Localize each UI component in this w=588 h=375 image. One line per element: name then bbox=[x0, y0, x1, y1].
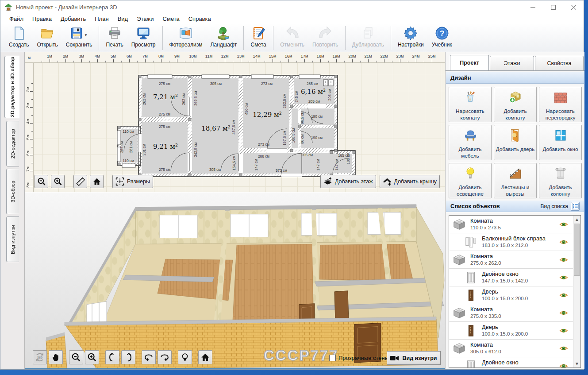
window-icon bbox=[464, 271, 477, 284]
view-tab-2[interactable]: 2D-редактор bbox=[6, 121, 19, 166]
plan-home-button[interactable] bbox=[90, 175, 104, 188]
scroll-up-arrow[interactable]: ▲ bbox=[573, 216, 580, 223]
design-stairs-button[interactable]: Лестницы и вырезы bbox=[494, 163, 537, 198]
menu-Вид[interactable]: Вид bbox=[113, 15, 133, 23]
plan-zoom-in-button[interactable] bbox=[51, 175, 65, 188]
menu-Добавить[interactable]: Добавить bbox=[56, 15, 90, 23]
visibility-eye-icon[interactable] bbox=[559, 220, 568, 229]
visibility-eye-icon[interactable] bbox=[559, 362, 568, 368]
hruler-label: 14м bbox=[253, 54, 260, 58]
floor-plan[interactable]: 275 см305 см273 см285 см262 см262 см275 … bbox=[34, 63, 445, 192]
toolbar-save-floppy-button[interactable]: ▼Сохранить bbox=[62, 24, 96, 52]
object-row-Комната[interactable]: Комната110.0 x 273.5 bbox=[449, 216, 580, 233]
visibility-eye-icon[interactable] bbox=[559, 326, 568, 335]
desktop-background: Новый проект - Дизайн Интерьера 3D ФайлП… bbox=[0, 0, 588, 375]
visibility-eye-icon[interactable] bbox=[559, 238, 568, 247]
view3d-light-bulb-button[interactable] bbox=[178, 350, 192, 364]
open-folder-icon bbox=[40, 26, 54, 40]
design-furniture-button[interactable]: Добавить мебель bbox=[449, 125, 492, 160]
inside-view-button[interactable]: Вид изнутри bbox=[387, 351, 441, 365]
toolbar-separator bbox=[391, 26, 391, 50]
toolbar-settings-button[interactable]: Настройки bbox=[394, 24, 428, 52]
design-lighting-button[interactable]: Добавить освещение bbox=[449, 163, 492, 198]
svg-text:305 см: 305 см bbox=[209, 167, 221, 172]
view3d-home-button[interactable] bbox=[198, 350, 212, 364]
object-list-scrollbar[interactable]: ▲ ▼ bbox=[573, 216, 580, 367]
view-tab-1[interactable]: 2D-редактор и 3D-обзор bbox=[4, 56, 19, 118]
plan-2d-canvas[interactable]: 275 см305 см273 см285 см262 см262 см275 … bbox=[34, 63, 445, 192]
object-row-Двойное окно[interactable]: Двойное окно147.0 x 15.0 x 142.0 bbox=[449, 357, 580, 368]
object-row-Двойное окно[interactable]: Двойное окно147.0 x 15.0 x 142.0 bbox=[449, 269, 580, 286]
toolbar-photoreal-button[interactable]: Фотореализм bbox=[165, 24, 207, 52]
view-list-button[interactable] bbox=[571, 202, 580, 211]
hruler-label: 9м bbox=[174, 54, 180, 58]
view-list-label: Вид списка bbox=[541, 203, 568, 209]
view3d-zoom-in-button[interactable] bbox=[85, 350, 99, 364]
object-row-Дверь[interactable]: Дверь100.0 x 15.0 x 200.0 bbox=[449, 322, 580, 340]
design-door-button[interactable]: Добавить дверь bbox=[494, 125, 537, 160]
visibility-eye-icon[interactable] bbox=[559, 255, 568, 264]
object-row-Комната[interactable]: Комната305.0 x 612.0 bbox=[449, 340, 580, 357]
menu-Справка[interactable]: Справка bbox=[184, 15, 215, 23]
close-button[interactable] bbox=[563, 0, 584, 14]
plan-zoom-out-button[interactable] bbox=[35, 175, 48, 188]
maximize-button[interactable] bbox=[543, 0, 563, 14]
add-floor-button[interactable]: Добавить этаж bbox=[320, 175, 376, 188]
view-3d[interactable]: 360 СССР777 Прозрачные стены Вид изнутри bbox=[25, 192, 445, 369]
toolbar-new-doc-button[interactable]: Создать bbox=[5, 24, 33, 52]
menu-План[interactable]: План bbox=[90, 15, 113, 23]
menu-Смета[interactable]: Смета bbox=[158, 15, 184, 23]
view3d-zoom-out-button[interactable] bbox=[69, 350, 83, 364]
toolbar-monitor-button[interactable]: Просмотр bbox=[127, 24, 160, 52]
save-dropdown-arrow[interactable]: ▼ bbox=[84, 33, 88, 37]
toolbar-printer-button[interactable]: Печать bbox=[102, 24, 127, 52]
toolbar-estimate-button[interactable]: Смета bbox=[246, 24, 270, 52]
list-icon bbox=[572, 203, 579, 209]
panel-tab-Этажи[interactable]: Этажи bbox=[490, 56, 534, 70]
toolbar-landscape-button[interactable]: Ландшафт bbox=[207, 24, 241, 52]
draw-wall-icon bbox=[553, 90, 569, 107]
panel-tab-Проект[interactable]: Проект bbox=[450, 55, 489, 70]
hruler-label: 11м bbox=[205, 54, 212, 58]
toolbar-open-folder-button[interactable]: Открыть bbox=[33, 24, 62, 52]
minimize-button[interactable] bbox=[523, 0, 543, 14]
scroll-down-arrow[interactable]: ▼ bbox=[573, 360, 580, 367]
menu-Правка[interactable]: Правка bbox=[28, 15, 56, 23]
view3d-rotate-vert-right-button[interactable] bbox=[121, 350, 135, 364]
measure-tool-button[interactable] bbox=[73, 175, 87, 188]
view3d-rotate-horiz-right-button[interactable] bbox=[158, 350, 172, 364]
svg-text:275 см: 275 см bbox=[159, 167, 170, 172]
view-tab-3[interactable]: 3D-обзор bbox=[6, 169, 19, 214]
visibility-eye-icon[interactable] bbox=[559, 344, 568, 353]
design-window-button[interactable]: Добавить окно bbox=[539, 125, 582, 160]
design-add-room-button[interactable]: Добавить комнату bbox=[494, 87, 537, 122]
design-draw-room-button[interactable]: Нарисовать комнату bbox=[449, 87, 492, 122]
object-row-Дверь[interactable]: Дверь100.0 x 15.0 x 200.0 bbox=[449, 286, 580, 304]
svg-text:147 см: 147 см bbox=[334, 159, 339, 170]
menu-Этажи[interactable]: Этажи bbox=[132, 15, 158, 23]
add-roof-button[interactable]: Добавить крышу bbox=[380, 175, 440, 188]
view-tab-4[interactable]: Вид изнутри bbox=[6, 216, 19, 262]
panel-tab-Свойства[interactable]: Свойства bbox=[535, 56, 584, 70]
svg-text:7,21 м²: 7,21 м² bbox=[153, 93, 178, 101]
view3d-rotate-360-button[interactable]: 360 bbox=[33, 350, 47, 364]
object-row-Балконный блок справа[interactable]: Балконный блок справа183.0 x 15.0 x 212.… bbox=[449, 233, 580, 251]
view3d-rotate-vert-left-button[interactable] bbox=[105, 350, 119, 364]
menu-Файл[interactable]: Файл bbox=[5, 15, 28, 23]
design-column-button[interactable]: Добавить колонну bbox=[539, 163, 582, 198]
visibility-eye-icon[interactable] bbox=[559, 309, 568, 317]
sizes-toggle-button[interactable]: Размеры bbox=[112, 175, 153, 188]
transparent-walls-checkbox[interactable] bbox=[329, 355, 336, 361]
view3d-rotate-horiz-left-button[interactable] bbox=[142, 350, 156, 364]
vruler-label: 5м bbox=[25, 135, 30, 140]
visibility-eye-icon[interactable] bbox=[559, 291, 568, 300]
hruler-label: 18м bbox=[316, 54, 324, 58]
view3d-hand-button[interactable] bbox=[49, 350, 63, 364]
scroll-thumb[interactable] bbox=[574, 224, 580, 276]
design-draw-wall-button[interactable]: Нарисовать перегородку bbox=[539, 87, 582, 122]
toolbar-help-button[interactable]: ?Учебник bbox=[428, 24, 456, 52]
object-row-Комната[interactable]: Комната275.0 x 335.0 bbox=[449, 304, 580, 322]
vruler-label: 2м bbox=[25, 87, 30, 92]
object-row-Комната[interactable]: Комната275.0 x 262.0 bbox=[449, 251, 580, 269]
visibility-eye-icon[interactable] bbox=[559, 273, 568, 282]
